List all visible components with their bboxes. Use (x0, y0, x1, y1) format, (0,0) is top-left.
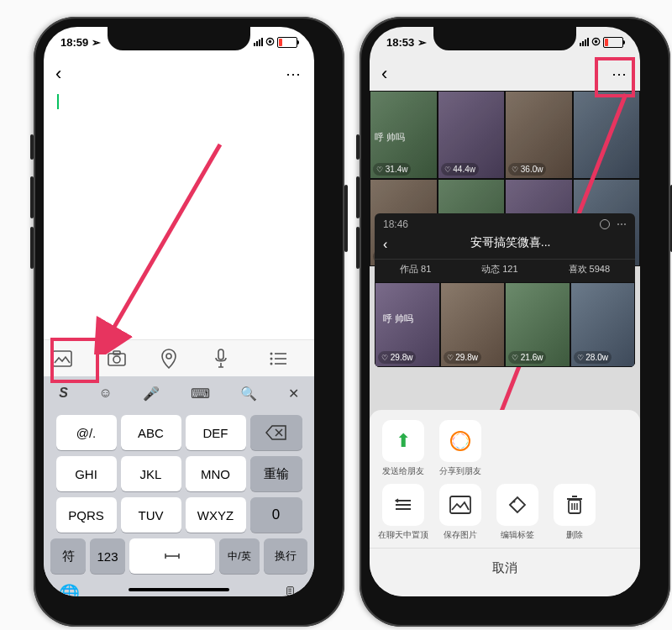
key-tuv[interactable]: TUV (121, 497, 181, 533)
screen-right: 18:53 ➢ ⦿ ‹ ⋯ ♡ 31.4w ♡ 44.4w ♡ 36.0w 呼 … (370, 27, 640, 596)
notch (108, 27, 250, 50)
video-cell[interactable] (573, 91, 641, 179)
sheet-label: 在聊天中置顶 (378, 529, 428, 541)
sheet-delete[interactable]: 删除 (551, 484, 598, 541)
mic-icon[interactable] (214, 349, 251, 369)
sheet-send-friend[interactable]: ⬆ 发送给朋友 (380, 420, 427, 477)
svg-point-18 (513, 501, 516, 503)
caption-overlay: 呼 帅吗 (383, 312, 413, 325)
signal-icon (254, 38, 263, 46)
kbd-brand-icon[interactable]: S (59, 386, 68, 401)
home-indicator[interactable] (129, 588, 229, 591)
key-backspace[interactable] (250, 415, 302, 450)
delete-icon (554, 484, 596, 526)
svg-point-2 (113, 356, 120, 363)
sheet-edit-tag[interactable]: 编辑标签 (494, 484, 541, 541)
overlay-works[interactable]: 作品 81 (400, 263, 431, 276)
key-ghi[interactable]: GHI (56, 456, 117, 491)
screen-left: 18:59 ➢ ⦿ ‹ ⋯ (44, 27, 314, 596)
battery-icon (603, 37, 623, 48)
sheet-save-image[interactable]: 保存图片 (437, 484, 484, 541)
notch (433, 27, 576, 50)
back-button[interactable]: ‹ (381, 63, 387, 85)
key-sym[interactable]: 符 (50, 538, 86, 574)
video-cell[interactable]: ♡ 36.0w (505, 91, 573, 179)
back-button[interactable]: ‹ (55, 63, 61, 85)
svg-point-6 (270, 353, 272, 355)
voice-icon[interactable]: 🎤 (143, 386, 160, 402)
camera-icon[interactable] (107, 350, 144, 367)
svg-rect-0 (53, 351, 71, 366)
sheet-label: 保存图片 (444, 529, 477, 541)
phone-left: 18:59 ➢ ⦿ ‹ ⋯ (34, 17, 344, 627)
sheet-label: 分享到朋友 (439, 465, 481, 477)
dictation-icon[interactable]: 🎙 (282, 584, 299, 597)
overlay-likes[interactable]: 喜欢 5948 (569, 263, 611, 276)
key-abc[interactable]: ABC (121, 415, 181, 450)
phone-right: 18:53 ➢ ⦿ ‹ ⋯ ♡ 31.4w ♡ 44.4w ♡ 36.0w 呼 … (360, 17, 670, 627)
overlay-time: 18:46 (383, 218, 408, 230)
key-lang[interactable]: 中/英 (219, 538, 260, 574)
key-enter[interactable]: 换行 (264, 538, 307, 574)
key-pqrs[interactable]: PQRS (56, 497, 117, 533)
image-icon[interactable] (52, 350, 89, 367)
location-icon: ➢ (92, 36, 101, 49)
key-def[interactable]: DEF (186, 415, 246, 450)
canvas: { "left": { "status": { "time": "18:59",… (0, 0, 672, 630)
key-space[interactable] (129, 538, 215, 574)
overlay-menu-icon[interactable]: ⋯ (600, 218, 627, 230)
text-cursor (57, 94, 59, 109)
video-grid-top: ♡ 31.4w ♡ 44.4w ♡ 36.0w (370, 91, 640, 179)
key-mno[interactable]: MNO (186, 456, 246, 491)
more-button[interactable]: ⋯ (612, 65, 628, 83)
status-time: 18:53 (386, 36, 414, 49)
share-moments-icon (439, 420, 481, 462)
list-icon[interactable] (269, 351, 306, 366)
search-icon[interactable]: 🔍 (240, 386, 257, 402)
keyboard-icon[interactable]: ⌨ (191, 386, 210, 402)
svg-rect-5 (218, 349, 223, 360)
pin-icon (382, 484, 424, 526)
wifi-icon: ⦿ (265, 37, 275, 47)
key-symbols[interactable]: @/. (56, 415, 117, 450)
svg-line-12 (104, 144, 220, 344)
keyboard: @/. ABC DEF GHI JKL MNO 重输 PQRS TUV WXYZ… (44, 410, 314, 596)
save-image-icon (439, 484, 481, 526)
caption-overlay: 呼 帅吗 (375, 131, 405, 144)
svg-point-4 (166, 354, 171, 359)
compose-area[interactable] (57, 94, 301, 109)
key-zero[interactable]: 0 (250, 497, 302, 533)
video-cell[interactable]: ♡ 28.0w (570, 282, 636, 367)
miniprogram-overlay[interactable]: 18:46 ⋯ ‹ 安哥搞笑微喜... 作品 81 动态 121 喜欢 5948… (375, 213, 635, 367)
video-cell[interactable]: ♡ 44.4w (438, 91, 506, 179)
location-icon: ➢ (417, 36, 427, 49)
svg-point-13 (451, 432, 470, 450)
status-time: 18:59 (60, 36, 88, 49)
overlay-title: 安哥搞笑微喜... (394, 234, 627, 255)
svg-point-10 (270, 363, 272, 365)
key-retype[interactable]: 重输 (250, 456, 302, 491)
key-123[interactable]: 123 (90, 538, 125, 574)
overlay-activity[interactable]: 动态 121 (481, 263, 517, 276)
video-cell[interactable]: ♡ 21.6w (505, 282, 570, 367)
wifi-icon: ⦿ (591, 37, 601, 47)
annotation-arrow-left (94, 136, 228, 354)
sheet-pin-chat[interactable]: 在聊天中置顶 (380, 484, 427, 541)
key-jkl[interactable]: JKL (121, 456, 181, 491)
close-icon[interactable]: ✕ (288, 386, 299, 402)
video-cell[interactable]: ♡ 29.8w (440, 282, 506, 367)
nav-bar: ‹ ⋯ (370, 57, 640, 91)
globe-icon[interactable]: 🌐 (59, 583, 80, 596)
sheet-label: 发送给朋友 (382, 465, 424, 477)
sheet-share-moments[interactable]: 分享到朋友 (437, 420, 484, 477)
sheet-label: 删除 (566, 529, 583, 541)
key-wxyz[interactable]: WXYZ (186, 497, 246, 533)
svg-rect-1 (108, 354, 125, 365)
location-icon[interactable] (160, 349, 197, 369)
more-button[interactable]: ⋯ (286, 65, 302, 83)
edit-tag-icon (496, 484, 538, 526)
overlay-back-icon[interactable]: ‹ (383, 237, 387, 252)
emoji-icon[interactable]: ☺ (98, 386, 112, 401)
sheet-label: 编辑标签 (501, 529, 534, 541)
sheet-cancel[interactable]: 取消 (370, 548, 640, 596)
